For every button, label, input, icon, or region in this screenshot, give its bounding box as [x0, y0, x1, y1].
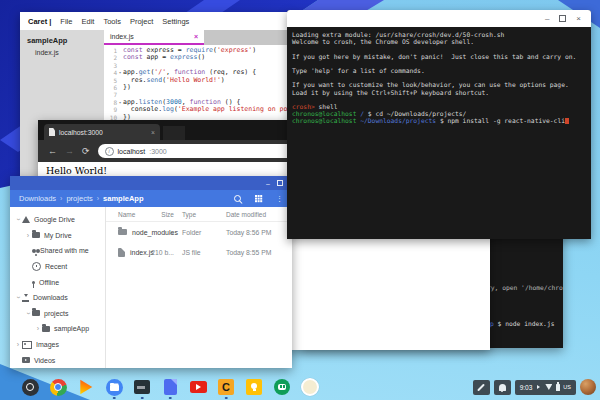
volume-icon [537, 385, 542, 389]
sidebar-item-label: My Drive [44, 232, 72, 239]
chevron-right-icon[interactable]: › [14, 341, 22, 348]
shelf-app-play[interactable] [77, 378, 95, 396]
menu-item-project[interactable]: Project [130, 17, 153, 26]
browser-tab-localhost[interactable]: localhost:3000 × [44, 124, 160, 140]
page-info-icon[interactable]: i [105, 147, 114, 156]
wifi-icon [545, 384, 552, 390]
shelf-app-hangouts[interactable] [273, 378, 291, 396]
youtube-icon [190, 381, 207, 393]
sidebar-item-images[interactable]: ›Images [10, 337, 105, 353]
close-icon[interactable]: × [576, 15, 581, 23]
notifications-button[interactable] [494, 380, 511, 395]
sidebar-item-recent[interactable]: Recent [10, 259, 105, 275]
shelf-app-terminal[interactable] [133, 378, 151, 396]
line-number: 5 [104, 77, 117, 84]
line-number: 2 [104, 54, 117, 61]
terminal-cursor [565, 118, 569, 124]
shelf-app-launcher[interactable] [21, 378, 39, 396]
shelf-app-caret[interactable]: C [217, 378, 235, 396]
back-icon[interactable]: ← [48, 147, 57, 156]
sidebar-item-shared-with-me[interactable]: Shared with me [10, 243, 105, 259]
sidebar-item-videos[interactable]: Videos [10, 352, 105, 368]
chevron-down-icon[interactable]: › [15, 216, 22, 224]
shelf-app-text[interactable] [161, 378, 179, 396]
system-tray[interactable]: 9:03 US [515, 380, 576, 395]
terminal-line: crosh> shell [292, 103, 591, 110]
sidebar-item-sampleapp[interactable]: ›sampleApp [10, 321, 105, 337]
code-token: ) [221, 77, 225, 84]
stylus-button[interactable] [473, 380, 490, 395]
column-header-type[interactable]: Type [174, 211, 218, 218]
reload-icon[interactable]: ⟳ [82, 147, 90, 156]
sidebar-item-downloads[interactable]: ›Downloads [10, 290, 105, 306]
shelf-app-chrome[interactable] [49, 378, 67, 396]
sidebar-item-offline[interactable]: Offline [10, 274, 105, 290]
breadcrumb-sampleapp[interactable]: sampleApp [103, 194, 143, 203]
code-line: 6}) [104, 84, 290, 91]
file-row-node_modules[interactable]: node_modules--FolderToday 8:56 PM [106, 222, 292, 242]
search-icon[interactable] [234, 195, 241, 202]
maximize-icon[interactable] [559, 15, 566, 22]
keep-icon [246, 379, 262, 395]
breadcrumb-projects[interactable]: projects [66, 194, 92, 203]
terminal-line: chronos@localhost ~/Downloads/projects $… [292, 117, 591, 124]
down-icon [22, 294, 29, 302]
chevron-down-icon[interactable]: › [25, 309, 32, 317]
column-header-name[interactable]: Name [106, 211, 144, 218]
code-line: 2const app = express() [104, 54, 290, 61]
menu-item-edit[interactable]: Edit [81, 17, 94, 26]
chevron-right-icon[interactable]: › [24, 232, 32, 239]
drive-icon [22, 216, 30, 223]
caret-tab-close-icon[interactable]: × [194, 33, 198, 40]
caret-tree-file[interactable]: index.js [20, 47, 104, 58]
caret-tab-indexjs[interactable]: index.js × [104, 30, 204, 45]
breadcrumb-downloads[interactable]: Downloads [19, 194, 56, 203]
terminal-text: shell [319, 103, 338, 110]
crosh-titlebar: – × [287, 10, 591, 27]
shelf-app-keep[interactable] [245, 378, 263, 396]
sidebar-item-my-drive[interactable]: ›My Drive [10, 228, 105, 244]
column-header-date-modified[interactable]: Date modified [218, 211, 292, 218]
caret-project-name[interactable]: sampleApp [20, 34, 104, 47]
chevron-right-icon[interactable]: › [34, 325, 42, 332]
sidebar-item-google-drive[interactable]: ›Google Drive [10, 212, 105, 228]
more-options-icon[interactable]: ⋮ [276, 195, 283, 202]
menu-item-tools[interactable]: Tools [103, 17, 121, 26]
shelf-app-files[interactable] [105, 378, 123, 396]
terminal-text: Welcome to crosh, the Chrome OS develope… [292, 38, 474, 45]
url-port: :3000 [149, 148, 167, 155]
text-icon [164, 379, 177, 395]
crosh-terminal-body[interactable]: Loading extra module: /usr/share/crosh/d… [287, 27, 591, 239]
shelf-app-ring[interactable] [301, 378, 319, 396]
pin-icon [32, 281, 35, 284]
files-toolbar-icons: ⋮ [234, 195, 283, 202]
tab-close-icon[interactable]: × [151, 129, 155, 136]
menu-item-file[interactable]: File [60, 17, 72, 26]
terminal-node-prompt: p $ node index.js [490, 320, 554, 327]
file-name-cell: node_modules [106, 229, 144, 236]
terminal-text: If you want to customize the look/behavi… [292, 81, 569, 88]
sidebar-item-label: Shared with me [40, 247, 89, 254]
grid-view-icon[interactable] [255, 195, 262, 202]
video-icon [22, 357, 30, 363]
file-row-index.js[interactable]: index.js210 b...JS fileToday 8:55 PM [106, 242, 292, 262]
terminal-text: p [490, 320, 498, 327]
user-avatar[interactable] [580, 379, 596, 395]
file-type: Folder [174, 229, 218, 236]
terminal-text: $ cd ~/Downloads/projects/ [368, 110, 467, 117]
file-size: 210 b... [144, 249, 174, 256]
minimize-icon[interactable]: – [266, 180, 270, 187]
image-icon [22, 341, 32, 349]
chevron-down-icon[interactable]: › [15, 294, 22, 302]
new-tab-button[interactable] [163, 126, 185, 140]
keyboard-layout: US [563, 384, 571, 390]
minimize-icon[interactable]: – [545, 15, 549, 23]
column-header-size[interactable]: Size [144, 211, 174, 218]
terminal-text: If you got here by mistake, don't panic!… [292, 53, 576, 60]
sidebar-item-projects[interactable]: ›projects [10, 306, 105, 322]
line-number: 9 [104, 106, 117, 113]
code-token: () [197, 54, 205, 61]
maximize-icon[interactable] [277, 180, 283, 186]
menu-item-settings[interactable]: Settings [162, 17, 189, 26]
shelf-app-youtube[interactable] [189, 378, 207, 396]
